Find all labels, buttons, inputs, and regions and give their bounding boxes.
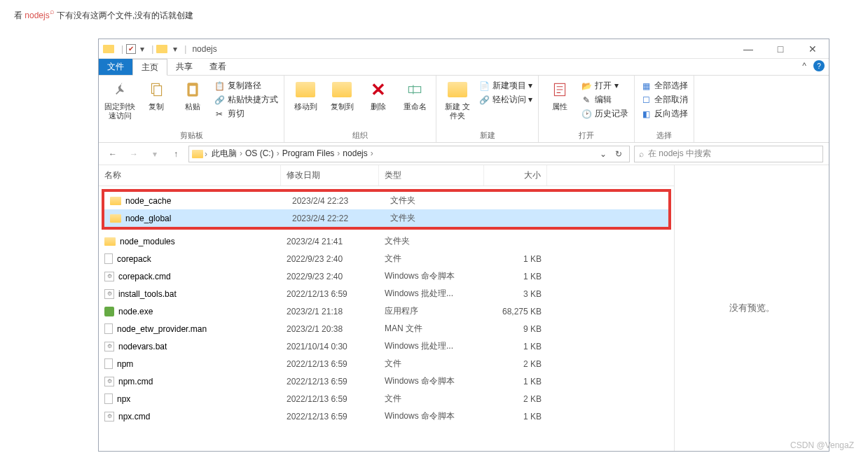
tab-view[interactable]: 查看 <box>201 59 235 75</box>
folder-icon <box>192 150 203 158</box>
easyaccess-button[interactable]: 🔗轻松访问 ▾ <box>478 94 532 106</box>
svg-rect-3 <box>190 86 196 95</box>
selectall-button[interactable]: ▦全部选择 <box>640 80 688 92</box>
file-icon <box>104 253 113 264</box>
tab-home[interactable]: 主页 <box>132 59 167 76</box>
file-name: node_modules <box>120 237 175 246</box>
search-input[interactable]: ⌕ 在 nodejs 中搜索 <box>634 146 823 162</box>
newitem-button[interactable]: 📄新建项目 ▾ <box>478 80 532 92</box>
nav-forward-icon[interactable]: → <box>125 146 142 162</box>
file-icon <box>104 323 113 334</box>
breadcrumb-item[interactable]: nodejs <box>340 148 370 158</box>
nav-recent-icon[interactable]: ▾ <box>146 146 163 162</box>
breadcrumb-item[interactable]: OS (C:) <box>242 148 277 158</box>
selectnone-button[interactable]: ☐全部取消 <box>640 94 688 106</box>
edit-button[interactable]: ✎编辑 <box>581 94 628 106</box>
paste-button[interactable]: 粘贴 <box>177 78 208 111</box>
intro-highlight: nodejs <box>25 11 49 20</box>
file-name: node.exe <box>118 307 153 316</box>
cut-button[interactable]: ✂剪切 <box>214 108 278 120</box>
file-icon <box>104 393 113 404</box>
file-row[interactable]: ⚙nodevars.bat2021/10/14 0:30Windows 批处理.… <box>99 337 674 355</box>
svg-rect-4 <box>408 87 420 93</box>
file-name: install_tools.bat <box>118 289 177 299</box>
qat-dropdown-icon[interactable]: ▾ <box>172 44 179 54</box>
file-name: corepack.cmd <box>118 272 171 281</box>
qat-check-icon[interactable]: ✔ <box>126 44 136 54</box>
svg-rect-1 <box>154 86 162 96</box>
tab-share[interactable]: 共享 <box>167 59 201 75</box>
breadcrumb[interactable]: › 此电脑›OS (C:)›Program Files›nodejs› ⌄ ↻ <box>188 146 630 162</box>
file-name: node_etw_provider.man <box>117 324 207 334</box>
help-icon[interactable]: ? <box>813 60 825 71</box>
open-button[interactable]: 📂打开 ▾ <box>581 80 628 92</box>
qat-sep: | <box>121 44 123 54</box>
file-name: node_global <box>125 214 171 223</box>
column-headers[interactable]: 名称 修改日期 类型 大小 <box>99 165 674 186</box>
copyto-button[interactable]: 复制到 <box>326 78 357 111</box>
qat-dropdown-icon[interactable]: ▾ <box>139 44 146 54</box>
folder-icon <box>103 45 114 53</box>
refresh-icon[interactable]: ↻ <box>611 146 626 162</box>
explorer-window: | ✔ ▾ | ▾ | nodejs — □ ✕ 文件 主页 共享 查看 ^ ?… <box>98 39 829 452</box>
file-row[interactable]: node_modules2023/2/4 21:41文件夹 <box>99 232 674 250</box>
preview-pane: 没有预览。 <box>675 165 829 451</box>
newfolder-button[interactable]: 新建 文件夹 <box>442 78 473 120</box>
maximize-button[interactable]: □ <box>764 39 797 59</box>
file-name: node_cache <box>125 196 171 206</box>
file-row[interactable]: node.exe2023/2/1 21:18应用程序68,275 KB <box>99 302 674 320</box>
magnify-icon: ⌕ <box>50 7 55 15</box>
file-row[interactable]: node_cache2023/2/4 22:23文件夹 <box>104 192 668 209</box>
file-row[interactable]: node_global2023/2/4 22:22文件夹 <box>104 209 668 227</box>
col-name[interactable]: 名称 <box>99 165 281 186</box>
properties-button[interactable]: 属性 <box>544 78 575 111</box>
file-row[interactable]: npm2022/12/13 6:59文件2 KB <box>99 355 674 372</box>
cmd-icon: ⚙ <box>104 289 114 299</box>
copypath-button[interactable]: 📋复制路径 <box>214 80 278 92</box>
intro-text: 看 nodejs⌕ 下有没有这两个文件,没有的话就创建 <box>0 0 868 29</box>
close-button[interactable]: ✕ <box>797 39 829 59</box>
file-name: corepack <box>117 254 151 264</box>
file-name: npx <box>117 394 130 404</box>
file-row[interactable]: ⚙npx.cmd2022/12/13 6:59Windows 命令脚本1 KB <box>99 407 674 425</box>
breadcrumb-item[interactable]: 此电脑 <box>209 148 240 158</box>
file-row[interactable]: ⚙install_tools.bat2022/12/13 6:59Windows… <box>99 285 674 302</box>
breadcrumb-item[interactable]: Program Files <box>280 148 338 158</box>
file-name: npm.cmd <box>118 377 153 386</box>
exe-icon <box>104 307 114 316</box>
cmd-icon: ⚙ <box>104 412 114 421</box>
file-row[interactable]: ⚙npm.cmd2022/12/13 6:59Windows 命令脚本1 KB <box>99 372 674 390</box>
delete-button[interactable]: ✕删除 <box>363 78 394 111</box>
selectinvert-button[interactable]: ◧反向选择 <box>640 108 688 120</box>
pin-button[interactable]: 固定到快 速访问 <box>104 78 135 120</box>
file-row[interactable]: ⚙corepack.cmd2022/9/23 2:40Windows 命令脚本1… <box>99 267 674 285</box>
address-bar: ← → ▾ ↑ › 此电脑›OS (C:)›Program Files›node… <box>99 143 829 165</box>
col-size[interactable]: 大小 <box>484 165 547 186</box>
file-row[interactable]: corepack2022/9/23 2:40文件1 KB <box>99 250 674 267</box>
rename-button[interactable]: 重命名 <box>399 78 430 111</box>
address-dropdown-icon[interactable]: ⌄ <box>595 146 611 162</box>
window-title: nodejs <box>192 44 216 54</box>
folder-icon <box>156 45 167 53</box>
highlighted-box: node_cache2023/2/4 22:23文件夹node_global20… <box>102 189 671 230</box>
menubar: 文件 主页 共享 查看 ^ ? <box>99 59 829 76</box>
nav-up-icon[interactable]: ↑ <box>167 146 184 162</box>
tab-file[interactable]: 文件 <box>99 59 132 75</box>
folder-icon <box>104 237 116 246</box>
col-date[interactable]: 修改日期 <box>281 165 379 186</box>
watermark: CSDN @VengaZ <box>790 440 854 450</box>
file-row[interactable]: npx2022/12/13 6:59文件2 KB <box>99 390 674 407</box>
minimize-button[interactable]: — <box>732 39 764 59</box>
file-name: npm <box>117 359 133 369</box>
copy-button[interactable]: 复制 <box>141 78 172 111</box>
cmd-icon: ⚙ <box>104 272 114 281</box>
moveto-button[interactable]: 移动到 <box>290 78 321 111</box>
nav-back-icon[interactable]: ← <box>104 146 121 162</box>
paste-shortcut-button[interactable]: 🔗粘贴快捷方式 <box>214 94 278 106</box>
file-row[interactable]: node_etw_provider.man2023/2/1 20:38MAN 文… <box>99 320 674 337</box>
col-type[interactable]: 类型 <box>379 165 484 186</box>
history-button[interactable]: 🕑历史记录 <box>581 108 628 120</box>
titlebar[interactable]: | ✔ ▾ | ▾ | nodejs — □ ✕ <box>99 39 829 59</box>
collapse-ribbon-icon[interactable]: ^ <box>802 61 806 71</box>
file-list[interactable]: 名称 修改日期 类型 大小 node_cache2023/2/4 22:23文件… <box>99 165 675 451</box>
